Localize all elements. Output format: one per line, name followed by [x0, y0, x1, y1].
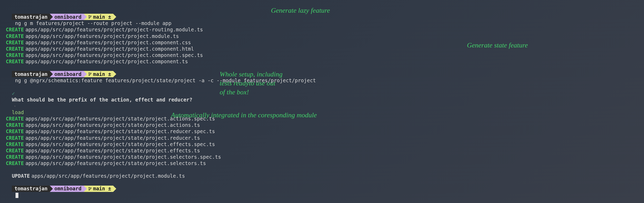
file-path: apps/app/src/app/features/project/projec…	[26, 27, 203, 32]
file-path: apps/app/src/app/features/project/projec…	[26, 33, 179, 39]
question-text: What should be the prefix of the action,…	[12, 97, 192, 103]
create-label: CREATE	[6, 52, 24, 58]
prompt-project: omniboard	[54, 71, 82, 77]
check-icon: ✓	[12, 90, 15, 96]
file-path: apps/app/src/app/features/project/state/…	[26, 160, 206, 166]
prompt-user-segment: tomastrajan	[12, 71, 50, 77]
create-label: CREATE	[6, 122, 24, 128]
git-branch-icon	[88, 72, 92, 76]
create-label: CREATE	[6, 27, 24, 32]
file-path: apps/app/src/app/features/project/projec…	[26, 46, 194, 52]
prompt-project: omniboard	[54, 185, 82, 192]
prompt-branch: main ±	[93, 185, 111, 192]
create-label: CREATE	[6, 141, 24, 147]
svg-point-7	[89, 189, 89, 190]
output-update-line: UPDATEapps/app/src/app/features/project/…	[6, 166, 638, 179]
file-path: apps/app/src/app/features/project/state/…	[26, 154, 221, 160]
question-answer[interactable]: load	[12, 109, 24, 115]
update-label: UPDATE	[12, 173, 30, 179]
prompt-user-segment: tomastrajan	[12, 186, 50, 192]
file-path: apps/app/src/app/features/project/state/…	[26, 116, 215, 122]
prompt-branch-segment: main ±	[84, 14, 113, 20]
output-create-line: CREATEapps/app/src/app/features/project/…	[6, 135, 638, 141]
command-input[interactable]: ng g @ngrx/schematics:feature features/p…	[15, 78, 316, 83]
file-path: apps/app/src/app/features/project/state/…	[26, 141, 215, 147]
svg-point-3	[89, 73, 89, 74]
prompt-project-segment: omniboard	[50, 186, 84, 192]
file-path: apps/app/src/app/features/project/projec…	[26, 40, 191, 45]
prompt-user: tomastrajan	[14, 71, 48, 77]
file-path: apps/app/src/app/features/project/state/…	[26, 128, 215, 134]
shell-prompt[interactable]: tomastrajan omniboard main ±	[12, 186, 113, 192]
output-create-line: CREATEapps/app/src/app/features/project/…	[6, 26, 638, 33]
create-label: CREATE	[6, 33, 24, 39]
prompt-branch-segment: main ±	[84, 186, 113, 192]
prompt-question-line: ✓ What should be the prefix of the actio…	[6, 84, 638, 116]
output-create-line: CREATEapps/app/src/app/features/project/…	[6, 160, 638, 166]
svg-point-2	[90, 16, 91, 17]
cursor[interactable]	[16, 193, 18, 198]
output-create-line: CREATEapps/app/src/app/features/project/…	[6, 58, 638, 65]
command-input[interactable]: ng g m features/project --route project …	[15, 20, 172, 26]
prompt-branch: main ±	[93, 71, 111, 77]
output-create-line: CREATEapps/app/src/app/features/project/…	[6, 141, 638, 147]
create-label: CREATE	[6, 135, 24, 141]
svg-point-0	[89, 16, 89, 16]
prompt-user: tomastrajan	[14, 14, 48, 20]
create-label: CREATE	[6, 160, 24, 166]
output-create-line: CREATEapps/app/src/app/features/project/…	[6, 115, 638, 122]
separator-dot: ·	[13, 103, 16, 109]
create-label: CREATE	[6, 59, 24, 64]
prompt-project-segment: omniboard	[50, 71, 84, 77]
shell-prompt[interactable]: tomastrajan omniboard main ±	[12, 71, 113, 77]
create-label: CREATE	[6, 154, 24, 160]
file-path: apps/app/src/app/features/project/state/…	[26, 148, 200, 153]
svg-point-4	[89, 75, 89, 76]
svg-point-5	[90, 73, 91, 74]
output-create-line: CREATEapps/app/src/app/features/project/…	[6, 52, 638, 58]
output-create-line: CREATEapps/app/src/app/features/project/…	[6, 154, 638, 160]
file-path: apps/app/src/app/features/project/state/…	[26, 122, 200, 128]
output-create-line: CREATEapps/app/src/app/features/project/…	[6, 33, 638, 39]
output-create-line: CREATEapps/app/src/app/features/project/…	[6, 147, 638, 154]
file-path: apps/app/src/app/features/project/projec…	[26, 52, 203, 58]
create-label: CREATE	[6, 116, 24, 122]
output-create-line: CREATEapps/app/src/app/features/project/…	[6, 122, 638, 128]
create-label: CREATE	[6, 148, 24, 153]
svg-point-8	[90, 187, 91, 188]
create-label: CREATE	[6, 40, 24, 45]
svg-point-1	[89, 18, 89, 18]
file-path: apps/app/src/app/features/project/state/…	[26, 135, 200, 141]
output-create-line: CREATEapps/app/src/app/features/project/…	[6, 128, 638, 134]
output-create-line: CREATEapps/app/src/app/features/project/…	[6, 46, 638, 52]
svg-point-6	[89, 187, 89, 188]
git-branch-icon	[88, 15, 92, 19]
output-create-line: CREATEapps/app/src/app/features/project/…	[6, 39, 638, 46]
file-path: apps/app/src/app/features/project/projec…	[32, 173, 185, 179]
git-branch-icon	[88, 187, 92, 191]
prompt-branch-segment: main ±	[84, 71, 113, 77]
file-path: apps/app/src/app/features/project/projec…	[26, 59, 188, 64]
prompt-project-segment: omniboard	[50, 14, 84, 20]
shell-prompt[interactable]: tomastrajan omniboard main ±	[12, 14, 113, 20]
create-label: CREATE	[6, 46, 24, 52]
terminal-line: tomastrajan omniboard main ± ng g @ngrx/…	[6, 65, 638, 84]
prompt-project: omniboard	[54, 14, 82, 20]
prompt-user: tomastrajan	[14, 185, 48, 192]
terminal-line: tomastrajan omniboard main ±	[6, 179, 638, 198]
terminal-line: tomastrajan omniboard main ± ng g m feat…	[6, 7, 638, 26]
prompt-branch: main ±	[93, 14, 111, 20]
prompt-user-segment: tomastrajan	[12, 14, 50, 20]
create-label: CREATE	[6, 128, 24, 134]
